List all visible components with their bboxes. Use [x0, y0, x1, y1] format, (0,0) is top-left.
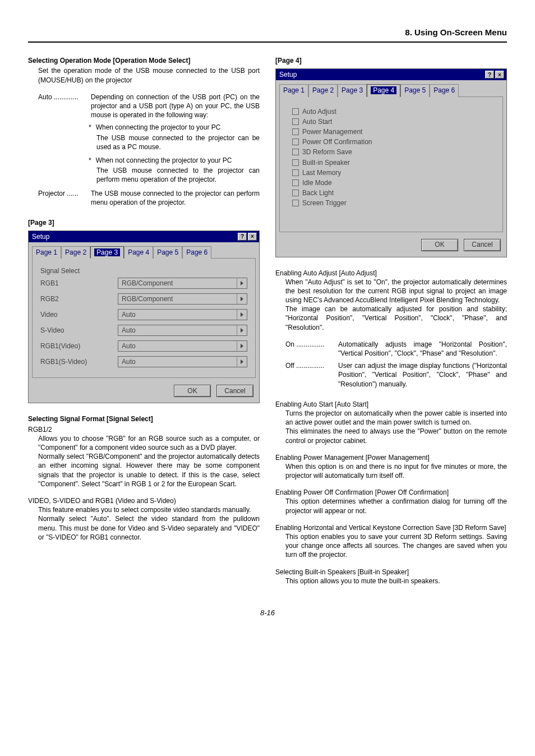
tab-content: Auto Adjust Auto Start Power Management …	[279, 96, 503, 232]
heading-auto-start: Enabling Auto Start [Auto Start]	[275, 400, 507, 409]
check-label: Power Off Confirmation	[302, 137, 372, 146]
tab-page5[interactable]: Page 5	[400, 84, 430, 96]
select-rgb1[interactable]: RGB/Component	[118, 278, 247, 289]
body-off: User can adjust the image display functi…	[338, 361, 507, 389]
tab-page5[interactable]: Page 5	[153, 246, 182, 259]
dialog-tabs: Page 1 Page 2 Page 3 Page 4 Page 5 Page …	[29, 242, 259, 258]
para-operation-mode: Set the operation mode of the USB mouse …	[28, 66, 260, 84]
checkbox-back-light[interactable]	[292, 190, 299, 196]
para-rgb-component: Normally select "RGB/Component" and the …	[28, 452, 260, 488]
close-button[interactable]: ×	[495, 71, 504, 79]
checkbox-auto-start[interactable]	[292, 118, 299, 125]
bullet2: When not connecting the projector to you…	[96, 156, 232, 165]
heading-auto-adjust: Enabling Auto Adjust [Auto Adjust]	[275, 269, 507, 278]
tab-page3[interactable]: Page 3	[338, 84, 367, 96]
def-projector: Projector ...... The USB mouse connected…	[28, 189, 260, 207]
subheading-rgb12: RGB1/2	[28, 425, 260, 434]
bullet1-body: The USB mouse connected to the projector…	[89, 133, 260, 151]
dropdown-arrow-icon	[237, 294, 247, 304]
row-video: Video Auto	[40, 309, 247, 320]
dialog-titlebar: Setup ? ×	[276, 69, 506, 80]
dialog-buttons: OK Cancel	[29, 381, 259, 403]
tab-page1[interactable]: Page 1	[279, 84, 308, 96]
heading-power-mgmt: Enabling Power Management [Power Managem…	[275, 453, 507, 462]
dialog-tabs: Page 1 Page 2 Page 3 Page 4 Page 5 Page …	[276, 80, 506, 96]
select-rgb1svideo[interactable]: Auto	[118, 356, 247, 367]
checkbox-power-management[interactable]	[292, 128, 299, 135]
select-rgb1video[interactable]: Auto	[118, 340, 247, 352]
check-label: Power Management	[302, 127, 362, 136]
bullet-group: * When connecting the projector to your …	[28, 123, 260, 184]
tab-page2[interactable]: Page 2	[308, 84, 338, 96]
dropdown-arrow-icon	[237, 357, 247, 367]
tab-page6[interactable]: Page 6	[430, 84, 459, 96]
label-video: Video	[40, 310, 113, 319]
cancel-button[interactable]: Cancel	[464, 239, 501, 251]
dropdown-arrow-icon	[237, 325, 247, 335]
para-rgb: Allows you to choose "RGB" for an RGB so…	[28, 434, 260, 452]
body-auto: Depending on connection of the USB port …	[91, 93, 260, 120]
bullet-star-icon: *	[89, 156, 91, 165]
two-column-layout: Selecting Operation Mode [Operation Mode…	[28, 56, 507, 586]
body-projector: The USB mouse connected to the projector…	[91, 189, 260, 207]
page4-label: [Page 4]	[275, 56, 507, 65]
def-on: On ............... Automatically adjusts…	[275, 340, 507, 358]
close-button[interactable]: ×	[248, 233, 257, 241]
row-rgb2: RGB2 RGB/Component	[40, 293, 247, 305]
body-on: Automatically adjusts image "Horizontal …	[338, 340, 507, 358]
dialog-titlebar: Setup ? ×	[29, 231, 259, 242]
tab-page4[interactable]: Page 4	[124, 246, 153, 259]
para-builtin-speaker: This option allows you to mute the built…	[275, 577, 507, 586]
check-label: 3D Reform Save	[302, 147, 352, 156]
heading-operation-mode: Selecting Operation Mode [Operation Mode…	[28, 56, 260, 65]
help-button[interactable]: ?	[238, 233, 247, 241]
page-number: 8-16	[28, 608, 507, 618]
dropdown-arrow-icon	[237, 278, 247, 288]
tab-page6[interactable]: Page 6	[182, 246, 211, 259]
term-off: Off ...............	[285, 361, 338, 389]
checkbox-screen-trigger[interactable]	[292, 200, 299, 206]
para-composite: This feature enables you to select compo…	[28, 505, 260, 514]
checkbox-last-memory[interactable]	[292, 169, 299, 176]
tab-page1[interactable]: Page 1	[32, 246, 61, 259]
ok-button[interactable]: OK	[174, 385, 211, 397]
def-off: Off ............... User can adjust the …	[275, 361, 507, 389]
checkbox-power-off-confirmation[interactable]	[292, 139, 299, 145]
para-power-off-confirm: This option determines whether a confirm…	[275, 497, 507, 515]
check-label: Auto Start	[302, 117, 332, 126]
tab-page3[interactable]: Page 3	[90, 246, 124, 259]
bullet1: When connecting the projector to your PC	[96, 123, 221, 132]
heading-signal-select: Selecting Signal Format [Signal Select]	[28, 414, 260, 423]
def-auto: Auto ............. Depending on connecti…	[28, 93, 260, 120]
left-column: Selecting Operation Mode [Operation Mode…	[28, 56, 260, 586]
bullet2-body: The USB mouse connected to the projector…	[89, 166, 260, 184]
label-rgb1svideo: RGB1(S-Video)	[40, 357, 113, 366]
tab-page2[interactable]: Page 2	[61, 246, 90, 259]
para-auto-select: Normally select "Auto". Select the video…	[28, 514, 260, 542]
checkbox-idle-mode[interactable]	[292, 179, 299, 186]
select-rgb2[interactable]: RGB/Component	[118, 293, 247, 305]
select-video[interactable]: Auto	[118, 309, 247, 320]
label-rgb2: RGB2	[40, 294, 113, 303]
para-auto-start2: This eliminates the need to always use t…	[275, 427, 507, 445]
heading-power-off-confirm: Enabling Power Off Confirmation [Power O…	[275, 488, 507, 497]
check-label: Built-in Speaker	[302, 158, 350, 167]
dialog-buttons: OK Cancel	[276, 236, 506, 257]
check-label: Auto Adjust	[302, 107, 336, 116]
setup-dialog-page3: Setup ? × Page 1 Page 2 Page 3 Page 4 Pa…	[28, 231, 260, 403]
checkbox-auto-adjust[interactable]	[292, 108, 299, 115]
cancel-button[interactable]: Cancel	[216, 385, 253, 397]
check-label: Back Light	[302, 188, 334, 197]
dialog-title: Setup	[278, 70, 484, 79]
para-auto-start1: Turns the projector on automatically whe…	[275, 409, 507, 427]
bullet-star-icon: *	[89, 123, 91, 132]
checkbox-builtin-speaker[interactable]	[292, 159, 299, 166]
help-button[interactable]: ?	[485, 71, 494, 79]
tab-page4[interactable]: Page 4	[367, 84, 400, 96]
checkbox-3d-reform-save[interactable]	[292, 149, 299, 155]
term-on: On ...............	[285, 340, 338, 358]
ok-button[interactable]: OK	[421, 239, 458, 251]
check-label: Last Memory	[302, 168, 341, 177]
select-svideo[interactable]: Auto	[118, 325, 247, 336]
right-column: [Page 4] Setup ? × Page 1 Page 2 Page 3 …	[275, 56, 507, 586]
